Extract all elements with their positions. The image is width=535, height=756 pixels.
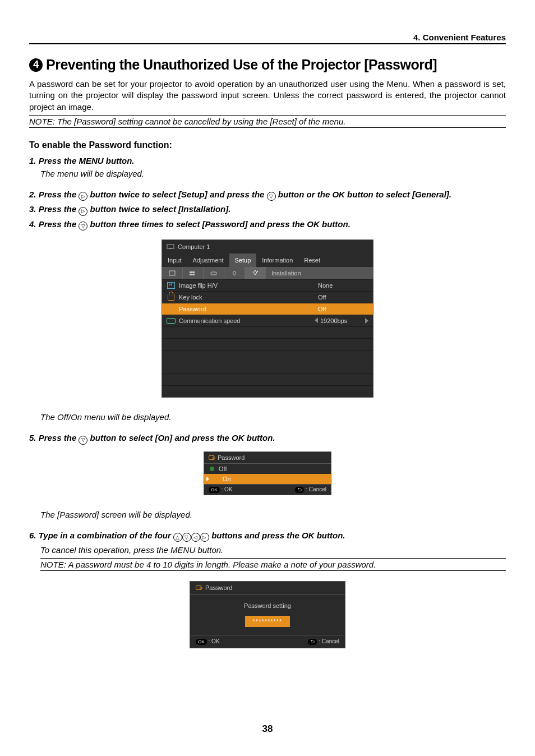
svg-rect-1 [169, 248, 172, 249]
svg-rect-0 [167, 245, 174, 248]
step-5: 5. Press the ▽ button to select [On] and… [29, 433, 506, 445]
osd3-title: Password [190, 582, 345, 594]
osd2-footer: OK: OK ⮌: Cancel [204, 484, 331, 495]
osd1-tab-adjustment[interactable]: Adjustment [187, 253, 229, 267]
cursor-icon [206, 477, 209, 481]
svg-rect-7 [211, 272, 216, 275]
step-1-sub: The menu will be displayed. [40, 169, 506, 178]
right-arrow-icon[interactable] [365, 318, 368, 324]
step-4-sub: The Off/On menu will be displayed. [40, 412, 506, 422]
osd2-on-label: On [223, 476, 231, 482]
osd1-subtabs: Installation [162, 267, 373, 279]
step-4-pre: Press the [39, 219, 79, 229]
down-arrow-icon: ▽ [182, 533, 191, 542]
osd1-tab-information[interactable]: Information [256, 253, 298, 267]
osd3-footer-ok: OK: OK [196, 638, 220, 645]
osd2-title: Password [204, 452, 331, 464]
svg-rect-5 [190, 274, 192, 275]
radio-selected-icon [210, 467, 214, 471]
osd3-title-label: Password [205, 584, 232, 591]
step-6-pre: Type in a combination of the four [39, 531, 173, 540]
osd1-subtab-icon-4[interactable] [224, 267, 245, 279]
osd3-body: Password setting ********** [190, 594, 345, 635]
step-5-sub: The [Password] screen will be displayed. [40, 510, 506, 519]
osd1-subtab-icon-2[interactable] [183, 267, 204, 279]
key-icon [207, 455, 215, 460]
osd2-footer-cancel: ⮌: Cancel [295, 486, 326, 493]
osd1-empty-row [162, 338, 373, 350]
osd-password-onoff: Password Off On OK: OK ⮌: Cancel [204, 451, 331, 495]
key-icon [167, 306, 176, 312]
step-1-text: Press the MENU button. [39, 156, 135, 165]
osd1-row-label: Image flip H/V [179, 282, 318, 289]
osd1-tab-reset[interactable]: Reset [298, 253, 326, 267]
osd1-tabs: Input Adjustment Setup Information Reset [162, 253, 373, 267]
osd1-row-key-lock[interactable]: Key lock Off [162, 291, 373, 303]
svg-rect-2 [169, 271, 175, 275]
osd2-row-on[interactable]: On [204, 474, 331, 484]
osd2-off-label: Off [219, 465, 227, 472]
step-5-post: button to select [On] and press the OK b… [87, 433, 275, 442]
osd1-empty-row [162, 326, 373, 338]
step-4-num: 4. [29, 219, 36, 229]
step-2-mid: button twice to select [Setup] and press… [87, 190, 266, 199]
osd1-subtab-icon-3[interactable] [204, 267, 224, 279]
intro-paragraph: A password can be set for your projector… [29, 79, 506, 113]
step-5-pre: Press the [39, 433, 79, 442]
osd1-row-value: None [318, 282, 368, 289]
osd1-tab-setup[interactable]: Setup [229, 253, 257, 267]
image-flip-icon [167, 282, 176, 289]
step-6: 6. Type in a combination of the four △▽◁… [29, 531, 506, 542]
osd1-row-comm-speed[interactable]: Communication speed 19200bps [162, 315, 373, 326]
osd1-row-label: Communication speed [179, 317, 315, 324]
svg-point-8 [257, 271, 258, 272]
down-arrow-icon: ▽ [79, 436, 87, 445]
down-arrow-icon: ▽ [79, 222, 87, 231]
osd1-row-label: Key lock [179, 294, 318, 301]
title-text: Preventing the Unauthorized Use of the P… [46, 57, 437, 73]
step-5-num: 5. [29, 433, 36, 442]
osd1-subtab-icon-5[interactable] [245, 267, 266, 279]
step-1-num: 1. [29, 156, 36, 165]
down-arrow-icon: ▽ [267, 192, 276, 201]
back-pill-icon: ⮌ [308, 639, 317, 645]
osd-menu-installation: Computer 1 Input Adjustment Setup Inform… [162, 239, 373, 398]
step-1: 1. Press the MENU button. [29, 156, 506, 165]
step-4: 4. Press the ▽ button three times to sel… [29, 219, 506, 231]
osd1-source-label: Computer 1 [178, 243, 210, 250]
right-arrow-icon: ▷ [79, 192, 87, 201]
osd1-subtab-icon-1[interactable] [162, 267, 183, 279]
osd1-empty-row [162, 374, 373, 385]
step-6-post: buttons and press the OK button. [209, 531, 345, 540]
lock-icon [167, 294, 176, 301]
osd3-footer: OK: OK ⮌: Cancel [190, 635, 345, 648]
osd3-password-input[interactable]: ********** [245, 616, 290, 627]
page: 4. Convenient Features 4 Preventing the … [0, 0, 535, 756]
svg-rect-3 [190, 271, 192, 273]
osd1-row-password[interactable]: Password Off [162, 303, 373, 315]
osd1-source-title: Computer 1 [162, 240, 373, 253]
osd1-empty-row [162, 362, 373, 374]
osd1-row-label: Password [179, 306, 318, 312]
step-3: 3. Press the ▷ button twice to select [I… [29, 204, 506, 216]
osd1-tab-input[interactable]: Input [162, 253, 187, 267]
right-arrow-icon: ▷ [200, 533, 209, 542]
osd1-row-image-flip[interactable]: Image flip H/V None [162, 279, 373, 291]
section-header: 4. Convenient Features [29, 33, 506, 44]
osd2-row-off[interactable]: Off [204, 464, 331, 474]
step-3-post: button twice to select [Installation]. [87, 204, 230, 214]
page-number: 38 [0, 723, 535, 735]
svg-rect-4 [192, 271, 195, 273]
left-arrow-icon: ◁ [191, 533, 200, 542]
osd3-body-label: Password setting [190, 602, 345, 609]
step-6-note: NOTE: A password must be 4 to 10 digits … [40, 558, 506, 571]
key-icon [195, 585, 202, 591]
step-2-num: 2. [29, 190, 36, 199]
monitor-icon [167, 244, 174, 250]
ok-pill-icon: OK [196, 639, 207, 645]
osd3-footer-cancel: ⮌: Cancel [308, 638, 339, 645]
osd1-empty-row [162, 350, 373, 362]
osd1-row-value: Off [318, 294, 368, 301]
left-arrow-icon[interactable] [315, 317, 318, 323]
subheading-enable: To enable the Password function: [29, 140, 506, 150]
